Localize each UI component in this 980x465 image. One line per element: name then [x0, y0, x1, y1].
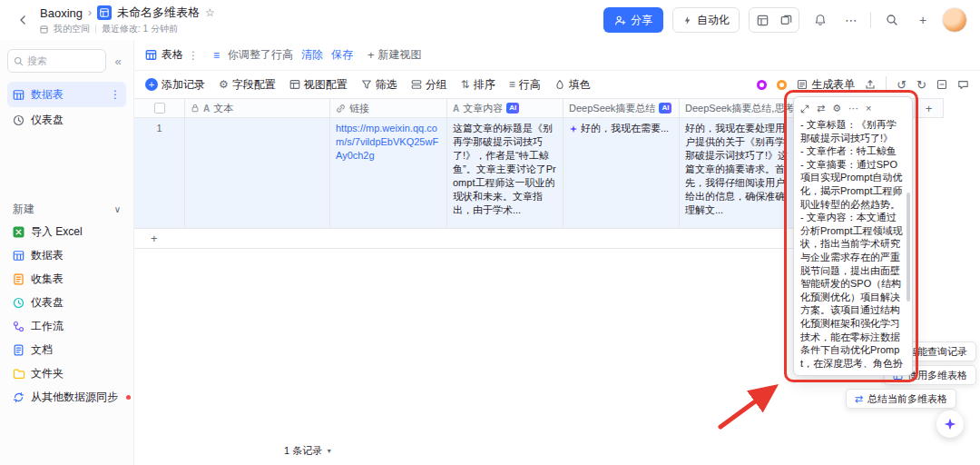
- redo-icon[interactable]: ↻: [916, 79, 926, 91]
- tab-grid-view[interactable]: 表格 ⋮: [145, 47, 199, 63]
- breadcrumb-app[interactable]: Baoxing: [40, 6, 83, 20]
- scrollbar-thumb[interactable]: [906, 193, 910, 302]
- sidebar-search-box[interactable]: [7, 49, 106, 73]
- row-height-button[interactable]: ≡ 行高: [509, 77, 541, 93]
- close-icon[interactable]: ×: [866, 104, 871, 114]
- back-button[interactable]: [13, 10, 33, 30]
- view-config-button[interactable]: 视图配置: [289, 77, 348, 93]
- add-field-button[interactable]: +: [915, 98, 944, 118]
- summarize-icon: ⇄: [855, 394, 863, 404]
- options-gear-icon[interactable]: ⚙: [832, 104, 841, 114]
- top-bar: Baoxing › 未命名多维表格 ☆ 我的空间 最近修改: 1 分钟前: [0, 0, 980, 40]
- sidebar-item-dashboard[interactable]: 仪表盘: [7, 107, 126, 133]
- record-count[interactable]: 1 条记录 ▼: [284, 444, 332, 458]
- share-button[interactable]: 分享: [603, 7, 663, 33]
- expanded-cell-content[interactable]: - 文章标题：《别再学那破提示词技巧了!》 - 文章作者：特工鲸鱼 - 文章摘要…: [800, 118, 906, 370]
- fit-view-icon[interactable]: [936, 79, 947, 90]
- grid-apps-icon[interactable]: [750, 9, 774, 31]
- sidebar-item-new-form[interactable]: 收集表: [7, 267, 126, 291]
- search-icon[interactable]: [880, 9, 904, 31]
- text-field-icon: A: [203, 104, 210, 114]
- filter-label: 筛选: [376, 77, 397, 93]
- record-count-label: 1 条记录: [284, 444, 322, 458]
- toast-save-link[interactable]: 保存: [331, 47, 353, 63]
- checkbox[interactable]: [154, 103, 165, 114]
- new-view-button[interactable]: + 新建视图: [368, 47, 422, 63]
- cell-text[interactable]: [185, 118, 330, 229]
- new-section-header[interactable]: 新建 ∨: [7, 198, 126, 220]
- sidebar-item-workflow[interactable]: 工作流: [7, 314, 126, 338]
- cell-deepseek-thinking[interactable]: 好的，我现在要处理用户提供的关于《别再学那破提示词技巧了!》这篇文章的摘要请求。…: [680, 118, 796, 229]
- gear-icon: ⚙: [219, 78, 229, 91]
- search-input[interactable]: [27, 55, 100, 66]
- share-view-icon[interactable]: [865, 79, 876, 90]
- undo-icon[interactable]: ↺: [897, 79, 906, 91]
- more-icon[interactable]: ⋯: [841, 13, 861, 27]
- cell-value: 好的，我现在需要...: [581, 122, 669, 135]
- column-header-deepseek-summary[interactable]: DeepSeek摘要总结 AI: [564, 98, 680, 118]
- filter-button[interactable]: 筛选: [361, 77, 397, 93]
- space-name[interactable]: 我的空间: [54, 23, 90, 35]
- plugin-purple-icon[interactable]: [757, 80, 767, 90]
- paint-drop-icon: [554, 79, 565, 90]
- view-bar: 表格 ⋮ ≡ 你调整了行高 清除 保存 + 新建视图: [134, 40, 980, 71]
- add-record-label: 添加记录: [162, 77, 205, 93]
- sidebar-item-new-dashboard[interactable]: 仪表盘: [7, 291, 126, 314]
- assistant-pill-summarize-bitable[interactable]: ⇄ 总结当前多维表格: [846, 389, 956, 409]
- collapse-sidebar-icon[interactable]: «: [110, 54, 126, 68]
- favorite-star-icon[interactable]: ☆: [205, 6, 215, 19]
- group-button[interactable]: 分组: [411, 77, 447, 93]
- field-config-button[interactable]: ⚙ 字段配置: [219, 77, 276, 93]
- automation-button[interactable]: 自动化: [672, 7, 740, 33]
- sort-button[interactable]: ⇅ 排序: [461, 77, 495, 93]
- column-label: 文本: [213, 102, 233, 115]
- toast-clear-link[interactable]: 清除: [301, 47, 323, 63]
- link-text[interactable]: https://mp.weixin.qq.com/s/7vildpEbVKQ25…: [336, 123, 438, 161]
- item-more-icon[interactable]: ⋮: [110, 88, 121, 101]
- plugin-orange-icon[interactable]: [777, 80, 787, 90]
- sidebar-item-sync-datasource[interactable]: 从其他数据源同步: [7, 385, 126, 409]
- column-label: 文章内容: [463, 102, 503, 115]
- add-record-button[interactable]: + 添加记录: [145, 77, 205, 93]
- panel-toolbar: ⇄ ⚙ ⋯ ×: [800, 102, 906, 115]
- comment-icon[interactable]: [957, 79, 969, 91]
- cell-article-content[interactable]: 这篇文章的标题是《别再学那破提示词技巧了!》，作者是“特工鲸鱼”。文章主要讨论了…: [447, 118, 564, 229]
- table-toolbar: + 添加记录 ⚙ 字段配置 视图配置 筛选: [134, 71, 980, 98]
- regenerate-icon[interactable]: ⇄: [817, 104, 825, 114]
- bitable-app: Baoxing › 未命名多维表格 ☆ 我的空间 最近修改: 1 分钟前: [0, 0, 980, 465]
- sidebar-item-datatable[interactable]: 数据表 ⋮: [7, 82, 126, 107]
- cell-link[interactable]: https://mp.weixin.qq.com/s/7vildpEbVKQ25…: [330, 118, 447, 229]
- select-all-header[interactable]: [134, 98, 185, 118]
- column-header-article-content[interactable]: A 文章内容 AI: [447, 98, 564, 118]
- new-item-label: 从其他数据源同步: [31, 390, 118, 405]
- title-block: Baoxing › 未命名多维表格 ☆ 我的空间 最近修改: 1 分钟前: [40, 5, 215, 35]
- cell-deepseek-summary[interactable]: 好的，我现在需要...: [564, 118, 680, 229]
- add-record-row[interactable]: +: [134, 229, 796, 249]
- top-bar-right: 分享 自动化 ⋯: [603, 7, 967, 33]
- sidebar-item-document[interactable]: 文档: [7, 338, 126, 361]
- more-icon[interactable]: ⋯: [848, 104, 858, 114]
- sidebar-item-new-datatable[interactable]: 数据表: [7, 243, 126, 267]
- workflow-icon: [13, 321, 24, 332]
- fill-color-button[interactable]: 填色: [554, 77, 591, 93]
- column-header-text[interactable]: A 文本: [185, 98, 330, 118]
- expand-icon[interactable]: [800, 104, 809, 114]
- doc-meta: 我的空间 最近修改: 1 分钟前: [40, 23, 215, 35]
- sidebar-item-folder[interactable]: 文件夹: [7, 361, 126, 385]
- column-header-deepseek-thinking[interactable]: DeepSeek摘要总结,思考...: [680, 98, 796, 118]
- space-icon: [40, 25, 48, 34]
- view-more-icon[interactable]: ⋮: [188, 49, 199, 62]
- float-window-icon[interactable]: [774, 9, 798, 31]
- avatar[interactable]: [942, 7, 967, 33]
- generate-form-button[interactable]: 生成表单: [797, 77, 855, 93]
- header-icon-group: [749, 7, 799, 33]
- ai-assistant-button[interactable]: [936, 411, 964, 438]
- row-index-cell[interactable]: 1: [134, 118, 185, 229]
- column-header-link[interactable]: 链接: [330, 98, 447, 118]
- document-icon: [13, 344, 24, 356]
- notification-bell-icon[interactable]: [808, 9, 832, 31]
- sidebar-item-import-excel[interactable]: 导入 Excel: [7, 220, 126, 243]
- add-icon[interactable]: +: [913, 13, 933, 27]
- view-config-icon: [289, 79, 300, 90]
- breadcrumb: Baoxing › 未命名多维表格 ☆: [40, 5, 215, 21]
